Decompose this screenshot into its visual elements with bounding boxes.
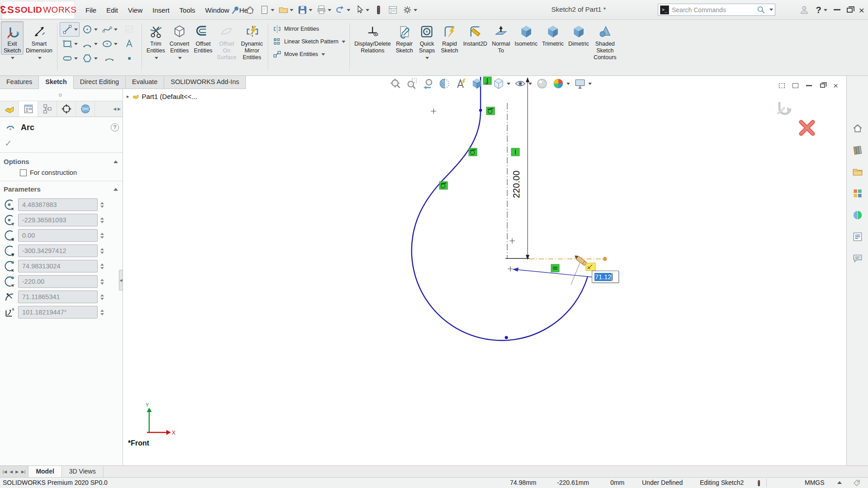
pm-tab-dimxpert-manager[interactable] — [57, 101, 76, 117]
exit-sketch-corner-icon[interactable] — [778, 102, 790, 114]
panel-collapse-dot[interactable] — [59, 94, 62, 97]
arc-radius-field[interactable]: 71.11865341 — [18, 291, 98, 303]
arc-angle-spinner[interactable] — [100, 310, 104, 315]
normal-to-button[interactable]: Normal To — [490, 21, 512, 55]
move-entities-button[interactable]: Move Entities — [270, 48, 347, 60]
vertical-relation-badge[interactable] — [511, 148, 519, 156]
menu-file[interactable]: File — [81, 5, 100, 16]
status-units[interactable]: MMGS — [805, 479, 825, 486]
dimension-value-input[interactable]: 71.12 — [592, 271, 619, 283]
search-commands-box[interactable]: >_ Search Commands — [658, 4, 775, 16]
exit-sketch-flyout-caret[interactable] — [11, 57, 14, 59]
search-dropdown-caret[interactable] — [769, 9, 773, 11]
edit-appearance-button[interactable] — [535, 77, 549, 90]
shaded-sketch-contours-button[interactable]: Shaded Sketch Contours — [591, 21, 619, 61]
tangent-relation-badge[interactable] — [439, 182, 448, 189]
last-tab-button[interactable]: ▶| — [21, 469, 25, 474]
properties-list-button[interactable] — [386, 4, 400, 16]
trim-entities-button[interactable]: Trim Entities — [144, 21, 167, 55]
part-tree-label[interactable]: Part1 (Default<<... — [142, 93, 198, 100]
pin-button[interactable] — [229, 4, 242, 16]
rapid-sketch-button[interactable]: Rapid Sketch — [438, 21, 461, 55]
help-dropdown-caret[interactable] — [824, 9, 827, 11]
doc-minimize-icon[interactable] — [806, 85, 812, 86]
tangent-relation-badge[interactable] — [486, 107, 495, 115]
offset-entities-button[interactable]: Offset Entities — [192, 21, 215, 55]
print-button[interactable] — [315, 4, 333, 16]
dimetric-button[interactable]: Dimetric — [566, 21, 591, 48]
search-icon[interactable] — [756, 5, 766, 15]
performance-icon[interactable] — [755, 479, 763, 487]
doc-newwindow-icon[interactable] — [779, 83, 785, 88]
arc-end-x-spinner[interactable] — [100, 263, 104, 269]
sketch-profile-curve[interactable] — [411, 77, 588, 340]
line-tool-button[interactable] — [60, 22, 80, 37]
line-flyout-caret[interactable] — [74, 28, 78, 31]
ok-checkmark-icon[interactable]: ✓ — [0, 135, 123, 153]
open-folder-dropdown-caret[interactable] — [290, 9, 293, 11]
hide-show-items-button[interactable] — [514, 77, 533, 90]
spline-flyout-caret[interactable] — [114, 28, 118, 31]
new-doc-button[interactable] — [258, 4, 276, 16]
search-input[interactable]: Search Commands — [672, 6, 753, 14]
rectangle-flyout-caret[interactable] — [74, 43, 78, 45]
feature-tree-root[interactable]: ▸ Part1 (Default<<... — [127, 92, 197, 100]
parameters-group-header[interactable]: Parameters — [0, 181, 123, 196]
instant2d-button[interactable]: Instant2D — [461, 21, 490, 48]
for-construction-checkbox[interactable] — [20, 169, 27, 176]
apply-scene-button[interactable] — [552, 77, 571, 90]
options-gear-dropdown-caret[interactable] — [414, 9, 417, 11]
section-view-button[interactable] — [438, 77, 451, 90]
slot-tool-button[interactable] — [60, 51, 80, 66]
smart-dimension-button[interactable]: Smart Dimension — [24, 21, 55, 55]
view-settings-button[interactable] — [573, 77, 592, 90]
smart-dimension-flyout-caret[interactable] — [38, 57, 42, 59]
tag-icon[interactable] — [853, 479, 861, 487]
repair-sketch-button[interactable]: Repair Sketch — [393, 21, 415, 55]
trim-entities-flyout-caret[interactable] — [155, 57, 158, 59]
taskpane-view-palette-button[interactable] — [850, 186, 865, 201]
previous-view-button[interactable] — [421, 77, 435, 90]
apply-scene-dropdown-caret[interactable] — [566, 83, 570, 85]
sketch-point[interactable] — [505, 336, 508, 339]
doc-tab-icon[interactable] — [793, 83, 798, 88]
close-button[interactable]: × — [859, 5, 864, 15]
arc-tool-button[interactable] — [80, 37, 99, 51]
arc-center-y-field[interactable]: -229.36581093 — [18, 214, 98, 226]
dynamic-annotation-views-button[interactable] — [454, 77, 467, 90]
new-doc-dropdown-caret[interactable] — [271, 9, 274, 11]
equal-relation-badge[interactable] — [551, 264, 559, 272]
tab-features[interactable]: Features — [0, 76, 39, 89]
move-entities-flyout-caret[interactable] — [321, 53, 325, 56]
tab-sketch[interactable]: Sketch — [39, 76, 74, 89]
taskpane-file-explorer-button[interactable] — [850, 164, 865, 179]
doc-tab-3d-views[interactable]: 3D Views — [62, 466, 104, 477]
tangent-relation-badge[interactable] — [469, 148, 477, 156]
arc-start-x-field[interactable]: 0.00 — [18, 229, 98, 242]
pm-tab-scroll-arrows[interactable]: ◀▶ — [113, 101, 123, 117]
linear-sketch-pattern-flyout-caret[interactable] — [342, 41, 345, 43]
circle-flyout-caret[interactable] — [94, 28, 98, 31]
view-orientation-dropdown-caret[interactable] — [485, 83, 489, 85]
open-folder-button[interactable] — [277, 4, 295, 16]
menu-insert[interactable]: Insert — [148, 5, 174, 16]
view-orientation-button[interactable] — [470, 77, 489, 90]
help-circle-icon[interactable]: ? — [111, 123, 119, 131]
options-group-header[interactable]: Options — [0, 154, 123, 168]
point-tool-button[interactable] — [119, 51, 139, 66]
minimize-button[interactable] — [834, 9, 840, 10]
ellipse-flyout-caret[interactable] — [114, 43, 118, 45]
undo-dropdown-caret[interactable] — [347, 9, 350, 11]
arc-flyout-caret[interactable] — [94, 43, 98, 45]
arc-angle-field[interactable]: 101.18219447° — [18, 306, 98, 319]
zoom-to-fit-button[interactable] — [389, 77, 402, 90]
mirror-entities-button[interactable]: Mirror Entities — [270, 23, 347, 35]
save-button[interactable] — [296, 4, 314, 16]
tab-direct-editing[interactable]: Direct Editing — [74, 76, 126, 89]
pm-tab-configuration-manager[interactable] — [38, 101, 57, 117]
three-point-arc-tool-button[interactable] — [99, 51, 119, 66]
pm-tab-feature-manager[interactable] — [19, 101, 38, 117]
taskpane-appearances-scenes-button[interactable] — [850, 208, 865, 222]
zoom-to-area-button[interactable] — [405, 77, 419, 90]
next-tab-button[interactable]: ▶ — [15, 469, 19, 474]
